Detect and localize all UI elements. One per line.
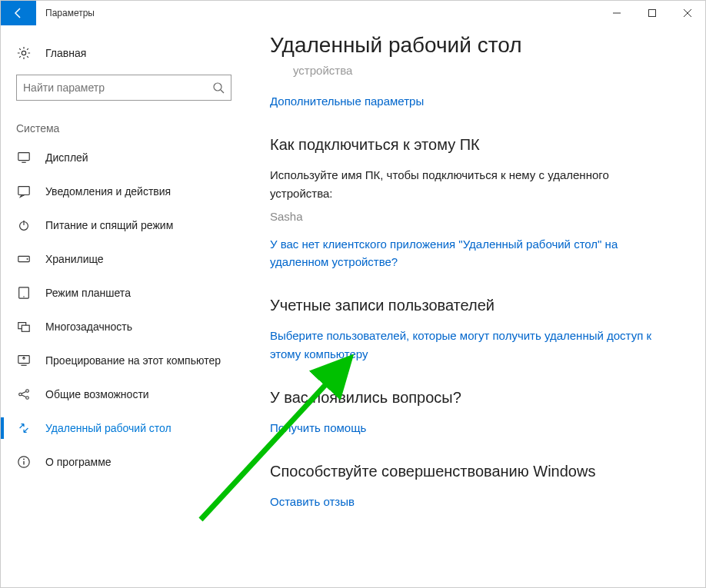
tablet-icon bbox=[16, 285, 32, 301]
maximize-button[interactable] bbox=[634, 1, 670, 25]
maximize-icon bbox=[648, 9, 656, 17]
sidebar-item-power[interactable]: Питание и спящий режим bbox=[1, 208, 247, 242]
close-icon bbox=[684, 9, 691, 17]
back-button[interactable] bbox=[1, 1, 36, 25]
storage-icon bbox=[16, 251, 32, 267]
power-icon bbox=[16, 218, 32, 233]
search-box[interactable] bbox=[16, 75, 231, 101]
about-icon bbox=[16, 454, 32, 470]
page-title: Удаленный рабочий стол bbox=[270, 33, 659, 58]
app-title: Параметры bbox=[36, 1, 95, 25]
sidebar-item-label: Уведомления и действия bbox=[45, 185, 171, 198]
sidebar-item-shared[interactable]: Общие возможности bbox=[1, 377, 247, 411]
sidebar-item-projecting[interactable]: Проецирование на этот компьютер bbox=[1, 344, 247, 377]
svg-point-13 bbox=[27, 258, 28, 260]
svg-point-21 bbox=[26, 390, 29, 393]
gear-icon bbox=[16, 45, 32, 61]
sidebar-item-label: Режим планшета bbox=[45, 287, 131, 299]
sidebar-item-about[interactable]: О программе bbox=[1, 445, 247, 479]
close-button[interactable] bbox=[670, 1, 705, 25]
search-input[interactable] bbox=[23, 81, 212, 94]
sidebar-item-notifications[interactable]: Уведомления и действия bbox=[1, 174, 247, 208]
sidebar-item-label: Удаленный рабочий стол bbox=[45, 422, 172, 434]
section-accounts-title: Учетные записи пользователей bbox=[270, 297, 659, 314]
sidebar-item-multitasking[interactable]: Многозадачность bbox=[1, 310, 247, 344]
group-label: Система bbox=[1, 115, 247, 141]
link-no-client[interactable]: У вас нет клиентского приложения "Удален… bbox=[270, 235, 659, 271]
display-icon bbox=[16, 150, 32, 165]
section-improve-title: Способствуйте совершенствованию Windows bbox=[270, 463, 659, 480]
shared-icon bbox=[16, 387, 32, 402]
sidebar-item-storage[interactable]: Хранилище bbox=[1, 242, 247, 276]
sidebar-item-label: Проецирование на этот компьютер bbox=[45, 354, 221, 367]
svg-point-4 bbox=[22, 51, 25, 55]
minimize-button[interactable] bbox=[599, 1, 634, 25]
svg-line-24 bbox=[22, 395, 25, 397]
svg-point-20 bbox=[19, 393, 22, 396]
settings-window: Параметры Главная bbox=[0, 0, 706, 588]
search-icon bbox=[212, 81, 225, 94]
multitask-icon bbox=[16, 319, 32, 334]
sidebar-item-label: Дисплей bbox=[45, 151, 88, 164]
notifications-icon bbox=[16, 184, 32, 199]
window-controls bbox=[599, 1, 705, 25]
sidebar-item-label: Общие возможности bbox=[45, 388, 149, 400]
link-feedback[interactable]: Оставить отзыв bbox=[270, 493, 659, 510]
pc-name: Sasha bbox=[270, 210, 659, 223]
section-questions-title: У вас появились вопросы? bbox=[270, 389, 659, 407]
link-get-help[interactable]: Получить помощь bbox=[270, 419, 659, 437]
arrow-left-icon bbox=[12, 7, 25, 19]
nav: Дисплей Уведомления и действия Питание и… bbox=[1, 141, 247, 479]
svg-rect-17 bbox=[22, 325, 29, 331]
svg-point-27 bbox=[23, 459, 25, 460]
connect-description: Используйте имя ПК, чтобы подключиться к… bbox=[270, 166, 659, 202]
svg-rect-1 bbox=[649, 10, 656, 17]
body: Главная Система Дисплей Уведомления и де… bbox=[1, 25, 705, 587]
sidebar-item-tablet[interactable]: Режим планшета bbox=[1, 276, 247, 310]
svg-rect-7 bbox=[18, 153, 29, 161]
home-row[interactable]: Главная bbox=[1, 39, 247, 75]
sidebar-item-label: Питание и спящий режим bbox=[45, 219, 173, 231]
sidebar-item-remote-desktop[interactable]: Удаленный рабочий стол bbox=[1, 411, 247, 445]
remote-desktop-icon bbox=[16, 420, 32, 436]
muted-subtext: устройства bbox=[293, 64, 659, 77]
svg-line-6 bbox=[221, 90, 224, 93]
svg-point-22 bbox=[26, 397, 29, 400]
svg-point-15 bbox=[23, 296, 24, 297]
section-connect-title: Как подключиться к этому ПК bbox=[270, 136, 659, 154]
sidebar-item-label: Хранилище bbox=[45, 253, 104, 265]
projecting-icon bbox=[16, 353, 32, 368]
svg-line-23 bbox=[22, 391, 25, 394]
svg-rect-9 bbox=[18, 187, 29, 195]
home-label: Главная bbox=[45, 47, 86, 59]
main-content: Удаленный рабочий стол устройства Дополн… bbox=[247, 25, 705, 587]
sidebar: Главная Система Дисплей Уведомления и де… bbox=[1, 25, 247, 587]
sidebar-item-label: О программе bbox=[45, 456, 112, 468]
link-additional-settings[interactable]: Дополнительные параметры bbox=[270, 92, 659, 110]
sidebar-item-label: Многозадачность bbox=[45, 321, 132, 333]
svg-point-5 bbox=[214, 83, 221, 91]
sidebar-item-display[interactable]: Дисплей bbox=[1, 141, 247, 174]
titlebar: Параметры bbox=[1, 1, 705, 25]
minimize-icon bbox=[613, 9, 621, 17]
link-select-users[interactable]: Выберите пользователей, которые могут по… bbox=[270, 327, 659, 363]
